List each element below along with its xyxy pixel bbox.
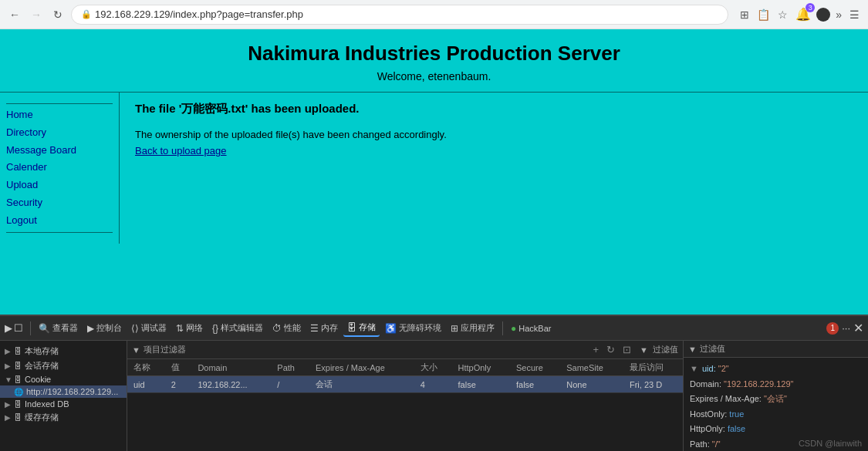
detail-arrow: ▼: [690, 364, 698, 373]
col-name: 名称: [127, 359, 165, 376]
tab-hackbar[interactable]: ● HackBar: [507, 321, 555, 336]
detail-hostonly-row: HostOnly: true: [690, 408, 862, 421]
qr-icon[interactable]: ⊞: [738, 6, 751, 23]
devtools-toolbar: ▶ ☐ 🔍查看器 ▶控制台 ⟨⟩调试器 ⇅网络 {}样式编辑器 ⏱性能 ☰内存 …: [0, 316, 868, 341]
col-secure: Secure: [510, 359, 560, 376]
url-text: 192.168.229.129/index.php?page=transfer.…: [95, 8, 303, 20]
reload-button[interactable]: ↻: [49, 6, 66, 23]
sidebar-item-directory[interactable]: Directory: [6, 125, 113, 141]
extensions-icon[interactable]: »: [833, 6, 844, 23]
lock-icon: 🔒: [81, 9, 92, 19]
db-icon: 🗄: [14, 400, 22, 409]
col-samesite: SameSite: [560, 359, 623, 376]
expand-icon: [5, 388, 14, 396]
storage-tree: ▶ 🗄 本地存储 ▶ 🗄 会话存储 ▼ 🗄 Cookie 🌐 http://19…: [0, 341, 127, 451]
detail-filter-bar: ▼ 过滤值: [684, 341, 868, 358]
col-expires: Expires / Max-Age: [309, 359, 414, 376]
tab-memory[interactable]: ☰内存: [306, 320, 342, 336]
tree-label: 会话存储: [25, 360, 59, 372]
ownership-text: The ownership of the uploaded file(s) ha…: [135, 129, 853, 140]
cell-size: 4: [414, 376, 452, 393]
devtools-pick-icon[interactable]: ▶: [5, 322, 12, 334]
detail-expires-label: Expires / Max-Age:: [690, 394, 762, 403]
dt-separator-2: [502, 321, 503, 335]
tab-storage[interactable]: 🗄存储: [343, 319, 380, 337]
address-bar[interactable]: 🔒 192.168.229.129/index.php?page=transfe…: [71, 5, 728, 25]
col-path: Path: [271, 359, 309, 376]
delete-btn[interactable]: ⊡: [620, 343, 633, 356]
detail-uid-row: ▼ uid: "2": [690, 362, 862, 375]
back-button[interactable]: ←: [6, 6, 23, 23]
cell-samesite: None: [560, 376, 623, 393]
col-httponly: HttpOnly: [452, 359, 510, 376]
expand-icon: ▶: [5, 400, 14, 409]
tree-item-cache-storage[interactable]: ▶ 🗄 缓存存储: [0, 410, 127, 425]
tree-item-http-site[interactable]: 🌐 http://192.168.229.129...: [0, 385, 127, 398]
tree-item-session-storage[interactable]: ▶ 🗄 会话存储: [0, 358, 127, 373]
detail-filter-label: 过滤值: [700, 343, 725, 355]
filter-label: 项目过滤器: [144, 344, 186, 355]
dt-close-btn[interactable]: ✕: [853, 321, 863, 335]
add-cookie-btn[interactable]: +: [591, 343, 602, 356]
sidebar-item-security[interactable]: Security: [6, 195, 113, 211]
notifications-icon[interactable]: 🔔3: [793, 5, 813, 24]
detail-filter-icon: ▼: [688, 345, 697, 354]
detail-path-val: "/": [712, 439, 721, 449]
tab-application[interactable]: ⊞应用程序: [447, 320, 498, 336]
sidebar-bottom-divider: [6, 232, 113, 233]
tab-style-editor[interactable]: {}样式编辑器: [208, 320, 267, 336]
csdn-watermark: CSDN @lainwith: [799, 439, 862, 448]
profile-icon[interactable]: [816, 8, 830, 22]
col-size: 大小: [414, 359, 452, 376]
forward-button[interactable]: →: [28, 6, 45, 23]
filter-bar: ▼ 项目过滤器 + ↻ ⊡ ▼ 过滤值: [127, 341, 683, 359]
storage-icon: 🗄: [14, 362, 22, 370]
expand-icon: ▼: [5, 375, 14, 384]
col-lastaccessed: 最后访问: [623, 359, 683, 376]
cell-domain: 192.168.22...: [191, 376, 271, 393]
tree-item-cookie[interactable]: ▼ 🗄 Cookie: [0, 373, 127, 385]
globe-icon: 🌐: [14, 388, 23, 396]
detail-domain-row: Domain: "192.168.229.129": [690, 378, 862, 391]
detail-domain-label: Domain:: [690, 379, 721, 389]
star-icon[interactable]: ☆: [775, 6, 790, 23]
devtools-panel: ▶ ☐ 🔍查看器 ▶控制台 ⟨⟩调试器 ⇅网络 {}样式编辑器 ⏱性能 ☰内存 …: [0, 315, 868, 451]
expand-icon: ▶: [5, 413, 14, 422]
page-header: Nakimura Industries Production Server We…: [0, 29, 868, 89]
devtools-responsive-icon[interactable]: ☐: [14, 322, 23, 334]
cell-name: uid: [127, 376, 165, 393]
back-to-upload-link[interactable]: Back to upload page: [135, 145, 227, 157]
cell-expires: 会话: [309, 376, 414, 393]
dt-more-btn[interactable]: ···: [842, 322, 850, 334]
screenshot-icon[interactable]: 📋: [755, 6, 772, 23]
detail-httponly-row: HttpOnly: false: [690, 422, 862, 436]
sidebar-item-upload[interactable]: Upload: [6, 177, 113, 194]
menu-icon[interactable]: ☰: [847, 6, 862, 23]
col-value: 值: [165, 359, 192, 376]
sidebar-item-calender[interactable]: Calender: [6, 160, 113, 176]
tab-debugger[interactable]: ⟨⟩调试器: [127, 320, 171, 336]
tree-label: http://192.168.229.129...: [26, 387, 118, 396]
filter-right-icon: ▼: [640, 345, 648, 355]
tree-item-indexed-db[interactable]: ▶ 🗄 Indexed DB: [0, 398, 127, 410]
main-layout: Home Directory Message Board Calender Up…: [0, 93, 868, 244]
tab-performance[interactable]: ⏱性能: [269, 320, 305, 336]
table-row[interactable]: uid 2 192.168.22... / 会话 4 false false N…: [127, 376, 683, 393]
sidebar-item-home[interactable]: Home: [6, 107, 113, 123]
upload-success-message: The file '万能密码.txt' has been uploaded.: [135, 102, 853, 116]
sidebar-item-message-board[interactable]: Message Board: [6, 143, 113, 159]
tab-network[interactable]: ⇅网络: [172, 320, 207, 336]
cache-icon: 🗄: [14, 413, 22, 422]
tree-label: 缓存存储: [25, 412, 59, 423]
browser-chrome: ← → ↻ 🔒 192.168.229.129/index.php?page=t…: [0, 0, 868, 29]
tab-console[interactable]: ▶控制台: [83, 320, 126, 336]
tree-item-local-storage[interactable]: ▶ 🗄 本地存储: [0, 344, 127, 358]
cookie-table: 名称 值 Domain Path Expires / Max-Age 大小 Ht…: [127, 359, 683, 393]
detail-path-label: Path:: [690, 439, 710, 449]
tab-accessibility[interactable]: ♿无障碍环境: [381, 320, 445, 336]
tab-inspector[interactable]: 🔍查看器: [35, 320, 82, 336]
cell-path: /: [271, 376, 309, 393]
refresh-btn[interactable]: ↻: [604, 343, 617, 356]
sidebar-top-divider: [6, 103, 113, 104]
sidebar-item-logout[interactable]: Logout: [6, 213, 113, 229]
